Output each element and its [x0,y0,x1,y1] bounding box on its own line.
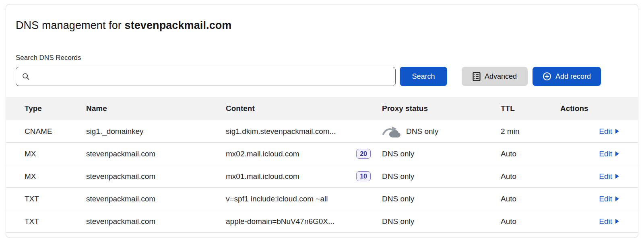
page-title-prefix: DNS management for [16,19,125,31]
proxy-status-text: DNS only [382,150,414,158]
record-content-text: apple-domain=bNuV47n6G0X... [226,217,334,226]
search-label: Search DNS Records [16,54,638,62]
record-type-cell: TXT [25,217,86,226]
ttl-cell: Auto [501,172,560,181]
record-name-cell: sig1._domainkey [86,127,226,136]
column-header-proxy-status: Proxy status [374,104,501,113]
search-button[interactable]: Search [400,67,447,86]
add-record-button[interactable]: Add record [533,67,601,86]
mx-priority-badge: 20 [356,149,371,159]
ttl-cell: Auto [501,195,560,203]
proxy-status-cell: DNS only [374,150,501,158]
column-header-content: Content [226,104,374,113]
actions-cell: Edit [560,127,619,136]
column-header-actions: Actions [560,104,619,113]
advanced-button-label: Advanced [485,72,517,81]
record-name-cell: stevenpackmail.com [86,150,226,158]
record-name-cell: stevenpackmail.com [86,172,226,181]
column-header-type: Type [25,104,86,113]
record-content-cell: apple-domain=bNuV47n6G0X... [226,217,374,226]
record-name-cell: stevenpackmail.com [86,195,226,203]
record-content-cell: mx01.mail.icloud.com 10 [226,171,374,181]
edit-link-label: Edit [599,127,612,136]
record-type-cell: TXT [25,195,86,203]
ttl-cell: 2 min [501,127,560,136]
column-header-ttl: TTL [501,104,560,113]
ttl-cell: Auto [501,217,560,226]
column-header-name: Name [86,104,226,113]
right-triangle-icon [615,173,619,179]
proxy-status-text: DNS only [382,172,414,181]
record-type-cell: MX [25,150,86,158]
actions-cell: Edit [560,172,619,181]
proxy-status-text: DNS only [382,217,414,226]
right-triangle-icon [615,196,619,202]
table-row: MX stevenpackmail.com mx02.mail.icloud.c… [6,143,638,165]
proxy-status-cell: DNS only [374,195,501,203]
search-input[interactable] [34,72,390,81]
advanced-button[interactable]: Advanced [462,67,528,86]
actions-cell: Edit [560,195,619,203]
edit-link-label: Edit [599,195,612,203]
record-content-text: mx01.mail.icloud.com [226,172,299,181]
right-triangle-icon [615,151,619,157]
dns-management-card: DNS management for stevenpackmail.com Se… [6,4,638,238]
edit-link-label: Edit [599,217,612,226]
table-row: TXT stevenpackmail.com v=spf1 include:ic… [6,188,638,210]
mx-priority-badge: 10 [356,171,371,181]
record-content-cell: mx02.mail.icloud.com 20 [226,149,374,159]
add-record-button-label: Add record [555,72,591,81]
record-content-cell: sig1.dkim.stevenpackmail.com... [226,127,374,136]
edit-link-label: Edit [599,172,612,181]
table-row: MX stevenpackmail.com mx01.mail.icloud.c… [6,165,638,188]
edit-link[interactable]: Edit [599,127,619,136]
magnifier-icon [22,72,30,81]
record-content-cell: v=spf1 include:icloud.com ~all [226,195,374,203]
table-body: CNAME sig1._domainkey sig1.dkim.stevenpa… [6,120,638,233]
dns-records-table: Type Name Content Proxy status TTL Actio… [6,97,638,233]
edit-link[interactable]: Edit [599,150,619,158]
list-document-icon [473,72,481,81]
edit-link[interactable]: Edit [599,172,619,181]
record-type-cell: MX [25,172,86,181]
gray-cloud-arrow-icon [382,125,400,137]
plus-circle-icon [543,72,551,81]
proxy-status-text: DNS only [406,127,438,136]
proxy-status-cell: DNS only [374,172,501,181]
table-header-row: Type Name Content Proxy status TTL Actio… [6,97,638,120]
search-box [16,67,396,86]
proxy-status-text: DNS only [382,195,414,203]
page-title: DNS management for stevenpackmail.com [16,19,638,32]
search-controls: Search Advanced [16,67,628,86]
table-row: TXT stevenpackmail.com apple-domain=bNuV… [6,210,638,233]
right-triangle-icon [615,128,619,134]
actions-cell: Edit [560,217,619,226]
record-content-text: v=spf1 include:icloud.com ~all [226,195,328,203]
edit-link[interactable]: Edit [599,195,619,203]
right-triangle-icon [615,218,619,224]
record-type-cell: CNAME [25,127,86,136]
actions-cell: Edit [560,150,619,158]
proxy-status-cell: DNS only [374,125,501,137]
page-title-domain: stevenpackmail.com [125,19,232,31]
record-content-text: sig1.dkim.stevenpackmail.com... [226,127,336,136]
edit-link-label: Edit [599,150,612,158]
edit-link[interactable]: Edit [599,217,619,226]
ttl-cell: Auto [501,150,560,158]
table-row: CNAME sig1._domainkey sig1.dkim.stevenpa… [6,120,638,143]
proxy-status-cell: DNS only [374,217,501,226]
record-content-text: mx02.mail.icloud.com [226,150,299,158]
record-name-cell: stevenpackmail.com [86,217,226,226]
